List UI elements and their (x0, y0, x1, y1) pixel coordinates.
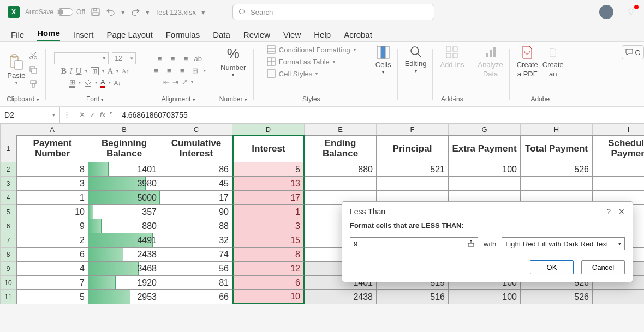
tab-data[interactable]: Data (213, 30, 230, 41)
cell-A7[interactable]: 2 (16, 233, 88, 248)
undo-icon[interactable] (106, 7, 116, 17)
font-size[interactable]: 12▾ (112, 52, 136, 64)
align-center[interactable]: ≡ (164, 66, 174, 76)
create-pdf[interactable]: Create a PDF (517, 45, 538, 78)
cell-A8[interactable]: 6 (16, 248, 88, 262)
cell-I3[interactable] (593, 177, 644, 191)
hdr-F[interactable]: Principal (377, 135, 449, 162)
cells-button[interactable]: Cells ▾ (375, 45, 391, 75)
cell-A5[interactable]: 10 (16, 205, 88, 219)
cell-C5[interactable]: 90 (160, 205, 232, 219)
colhdr-A[interactable]: A (16, 123, 88, 135)
cell-C6[interactable]: 88 (160, 219, 232, 233)
name-box[interactable]: D2▾ (0, 107, 60, 123)
tab-formulas[interactable]: Formulas (166, 30, 200, 41)
italic-button[interactable]: I (70, 67, 73, 76)
bold-button[interactable]: B (61, 67, 67, 76)
cell-D11[interactable]: 10 (232, 290, 305, 304)
cell-A4[interactable]: 1 (16, 191, 88, 205)
colhdr-C[interactable]: C (160, 123, 232, 135)
font-name[interactable]: ▾ (54, 52, 109, 64)
colhdr-F[interactable]: F (377, 123, 449, 135)
hdr-G[interactable]: Extra Payment (449, 135, 521, 162)
lightbulb-icon[interactable] (627, 7, 636, 17)
cell-A11[interactable]: 5 (16, 290, 88, 304)
cell-E3[interactable] (305, 177, 377, 191)
tab-file[interactable]: File (11, 30, 24, 41)
cell-C11[interactable]: 66 (160, 290, 232, 304)
rowhdr[interactable]: 6 (0, 219, 16, 233)
cell-D3[interactable]: 13 (232, 177, 305, 191)
copy-icon[interactable] (28, 65, 38, 75)
fx-icon[interactable]: fx (100, 111, 105, 119)
cell-C4[interactable]: 17 (160, 191, 232, 205)
align-bot[interactable]: ≡ (181, 54, 190, 64)
cell-F3[interactable] (377, 177, 449, 191)
hdr-A[interactable]: Payment Number (16, 135, 88, 162)
cell-H3[interactable] (521, 177, 593, 191)
rowhdr[interactable]: 5 (0, 205, 16, 219)
cell-F11[interactable]: 516 (377, 290, 449, 304)
cell-D10[interactable]: 6 (232, 276, 305, 290)
cell-C2[interactable]: 86 (160, 162, 232, 177)
save-icon[interactable] (91, 7, 100, 17)
format-as-table[interactable]: Format as Table▾ (267, 57, 335, 66)
align-top[interactable]: ≡ (154, 54, 164, 64)
select-all[interactable] (0, 123, 16, 135)
rowhdr[interactable]: 11 (0, 290, 16, 304)
editing-button[interactable]: Editing ▾ (405, 45, 427, 74)
number-button[interactable]: % Number ▾ (220, 45, 246, 77)
rowhdr-1[interactable]: 1 (0, 135, 16, 162)
cell-I2[interactable] (593, 162, 644, 177)
rowhdr[interactable]: 9 (0, 262, 16, 276)
cell-A2[interactable]: 8 (16, 162, 88, 177)
cell-A3[interactable]: 3 (16, 177, 88, 191)
colhdr-D[interactable]: D (232, 123, 305, 135)
cell-D5[interactable]: 1 (232, 205, 305, 219)
format-painter-icon[interactable] (28, 79, 38, 89)
merge-icon[interactable]: ⊞ (190, 66, 200, 76)
hdr-B[interactable]: Beginning Balance (88, 135, 160, 162)
rowhdr[interactable]: 10 (0, 276, 16, 290)
cell-B7[interactable]: 4491 (88, 233, 160, 248)
cell-H11[interactable]: 526 (521, 290, 593, 304)
cell-C9[interactable]: 56 (160, 262, 232, 276)
rowhdr[interactable]: 7 (0, 233, 16, 248)
cell-B9[interactable]: 3468 (88, 262, 160, 276)
tab-review[interactable]: Review (243, 30, 270, 41)
colhdr-I[interactable]: I (593, 123, 644, 135)
tab-page-layout[interactable]: Page Layout (106, 30, 152, 41)
cell-B4[interactable]: 5000 (88, 191, 160, 205)
cancel-button[interactable]: Cancel (581, 260, 625, 274)
indent-inc[interactable]: ⇥ (172, 78, 178, 86)
cell-A6[interactable]: 9 (16, 219, 88, 233)
cell-D4[interactable]: 17 (232, 191, 305, 205)
rowhdr[interactable]: 4 (0, 191, 16, 205)
rowhdr[interactable]: 2 (0, 162, 16, 177)
rowhdr[interactable]: 8 (0, 248, 16, 262)
format-select[interactable]: Light Red Fill with Dark Red Text ▾ (502, 237, 625, 250)
close-icon[interactable]: ✕ (618, 207, 625, 216)
tab-help[interactable]: Help (314, 30, 331, 41)
colhdr-G[interactable]: G (449, 123, 521, 135)
cell-C10[interactable]: 81 (160, 276, 232, 290)
colhdr-H[interactable]: H (521, 123, 593, 135)
autosave-toggle[interactable]: AutoSave Off (25, 8, 85, 16)
create-pdf-2[interactable]: Create an (542, 45, 564, 78)
cell-C3[interactable]: 45 (160, 177, 232, 191)
orientation[interactable]: ⤢ (182, 78, 188, 86)
cell-I11[interactable] (593, 290, 644, 304)
cut-icon[interactable] (28, 51, 38, 61)
cell-A10[interactable]: 7 (16, 276, 88, 290)
indent-dec[interactable]: ⇤ (163, 78, 169, 86)
wrap-icon[interactable]: ab (194, 55, 201, 63)
hdr-I[interactable]: Schedule Paymen (593, 135, 644, 162)
tab-view[interactable]: View (283, 30, 301, 41)
redo-icon[interactable] (130, 7, 140, 17)
cell-C7[interactable]: 32 (160, 233, 232, 248)
font-size-down[interactable]: A↓ (114, 80, 121, 86)
underline-button[interactable]: U (76, 67, 82, 76)
cell-F2[interactable]: 521 (377, 162, 449, 177)
tab-acrobat[interactable]: Acrobat (344, 30, 372, 41)
hdr-E[interactable]: Ending Balance (305, 135, 377, 162)
